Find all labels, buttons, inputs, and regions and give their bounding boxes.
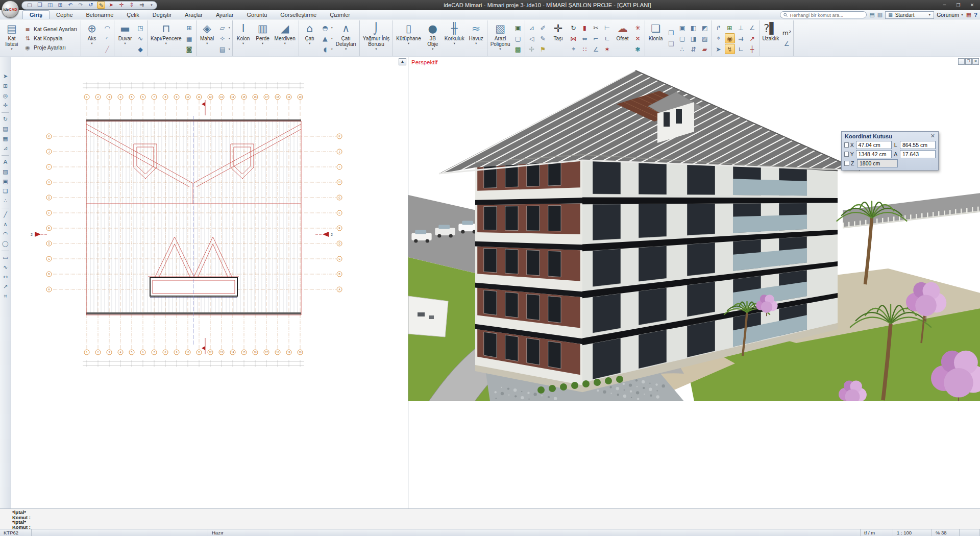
snap-axes-icon[interactable]: ⌖ <box>714 33 724 43</box>
dome-roof-icon[interactable]: ◓ <box>320 22 330 33</box>
l-value-field[interactable]: 864.55 cm <box>900 141 936 149</box>
align-center-icon[interactable]: ⌖ <box>569 44 579 54</box>
app-logo-icon[interactable]: ideCAD <box>2 1 19 18</box>
betonarme-button[interactable]: ▥Perde▼ <box>254 21 272 56</box>
hatch-tool-icon[interactable]: ▨ <box>1 168 10 176</box>
snap-to-object-icon[interactable]: ➤ <box>107 2 115 9</box>
command-history[interactable]: *İptal*Komut :*İptal*Komut : <box>0 508 980 529</box>
xref-tool-icon[interactable]: ▦ <box>1 135 10 143</box>
tab-çizimler[interactable]: Çizimler <box>323 11 357 19</box>
objeler-button[interactable]: ≈Havuz▼ <box>467 21 485 56</box>
circle-tool-icon[interactable]: ◯ <box>1 240 10 248</box>
snap-grid-icon[interactable]: ⊞ <box>725 22 735 33</box>
angle-ref-icon[interactable]: ∠ <box>781 39 792 49</box>
snap-polyline-icon[interactable]: ↯ <box>725 44 735 54</box>
hatch-icon[interactable]: ▨ <box>700 33 710 43</box>
redo-icon[interactable]: ↷ <box>77 2 85 9</box>
image-tool-icon[interactable]: ▣ <box>1 178 10 186</box>
arc-axis-2-icon[interactable]: ◜ <box>102 33 112 43</box>
checkbox-y[interactable] <box>844 152 849 157</box>
text-tool-icon[interactable]: A <box>1 158 10 166</box>
tab-giriş[interactable]: Giriş <box>22 10 50 19</box>
gable-wall-icon[interactable]: ◆ <box>135 44 145 54</box>
checkbox-z[interactable] <box>844 161 849 166</box>
bring-front-icon[interactable]: ◧ <box>689 22 699 33</box>
betonarme-button[interactable]: ⅠKolon▼ <box>234 21 253 56</box>
snap-cursor-icon[interactable]: ➤ <box>714 44 724 54</box>
select-tool-icon[interactable]: ➤ <box>1 72 10 81</box>
extend-icon[interactable]: ⊢ <box>602 22 612 33</box>
array-icon[interactable]: ∷ <box>580 44 590 54</box>
window-icon[interactable]: ⊞ <box>184 22 194 33</box>
degistir-button[interactable]: ✛Taşı <box>549 21 568 56</box>
tab-ayarlar[interactable]: Ayarlar <box>209 11 240 19</box>
zone-boundary-icon[interactable]: ▱ <box>217 22 228 33</box>
qat-more-icon[interactable]: ▼ <box>150 4 153 7</box>
zoom-window-tool-icon[interactable]: ⊞ <box>1 82 10 90</box>
shutter-icon[interactable]: ◙ <box>184 44 194 54</box>
curved-wall-icon[interactable]: ∿ <box>135 33 145 43</box>
arc-tool-icon[interactable]: ◠ <box>1 230 10 238</box>
aks-button[interactable]: ⊕Aks▼ <box>83 21 101 56</box>
save-icon[interactable]: ◫ <box>46 2 54 9</box>
zone-stamp-icon[interactable]: ✧ <box>217 33 228 43</box>
line-axis-icon[interactable]: ╱ <box>102 44 112 54</box>
move-axes-icon[interactable]: ✢ <box>527 44 537 54</box>
layers-tool-icon[interactable]: ▤ <box>1 125 10 133</box>
help-icon[interactable]: ? <box>974 11 977 18</box>
snap-parallel-icon[interactable]: ⇉ <box>736 33 746 43</box>
rectangle-tool-icon[interactable]: ▭ <box>1 254 10 262</box>
zone-list-icon[interactable]: ▤ <box>217 44 228 54</box>
proje-ayarlari-button[interactable]: ▤Kat listesi▼ <box>3 21 21 56</box>
zoom-dynamic-tool-icon[interactable]: ◎ <box>1 92 10 100</box>
polyline-tool-icon[interactable]: ∧ <box>1 221 10 229</box>
x-value-field[interactable]: 47.04 cm <box>856 141 892 149</box>
mirror-icon[interactable]: ⋈ <box>569 33 579 43</box>
floor-copy-item[interactable]: ⇅Kat Kopyala <box>22 34 79 43</box>
regen-tool-icon[interactable]: ↻ <box>1 115 10 124</box>
corner-icon[interactable]: ∟ <box>602 33 612 43</box>
cati-button[interactable]: ∧Çatı Detayları▼ <box>334 21 358 56</box>
point-tool-icon[interactable]: ∴ <box>1 197 10 205</box>
spline-tool-icon[interactable]: ∿ <box>1 263 10 272</box>
undo-icon[interactable]: ↶ <box>66 2 75 9</box>
scale-icon[interactable]: ▮ <box>580 22 590 33</box>
terrain-border-icon[interactable]: ▢ <box>513 33 523 43</box>
maximize-button[interactable]: ❐ <box>951 1 965 10</box>
break-icon[interactable]: ✳ <box>633 22 643 33</box>
snap-turn-icon[interactable]: ↱ <box>714 22 724 33</box>
objeler-button[interactable]: ●3B Obje▼ <box>424 21 442 56</box>
snap-ortho-icon[interactable]: ∟ <box>736 44 746 54</box>
snap-endpoint-icon[interactable]: ◉ <box>725 33 735 43</box>
betonarme-button[interactable]: ◢Merdiven▼ <box>273 21 297 56</box>
edit-polyline-icon[interactable]: ✎ <box>97 2 105 9</box>
vault-roof-icon[interactable]: ◖ <box>320 44 330 54</box>
referans-button[interactable]: ?▌Uzaklık <box>761 21 781 56</box>
pane-expand-button[interactable]: ▲ <box>399 58 406 65</box>
leader-tool-icon[interactable]: ↗ <box>1 283 10 291</box>
measure-tool-icon[interactable]: ⊿ <box>1 144 10 153</box>
perspective-viewport[interactable]: Perspektif ─❐✕ <box>408 57 980 508</box>
cone-roof-icon[interactable]: ▲ <box>320 33 330 43</box>
undo-list-icon[interactable]: ↺ <box>87 2 95 9</box>
pan-tool-icon[interactable]: ✛ <box>1 102 10 110</box>
pane-minimize-button[interactable]: ─ <box>958 58 965 65</box>
style-select[interactable]: ▦ Standart ▼ <box>885 11 934 19</box>
objeler-button[interactable]: ▯Kütüphane▼ <box>395 21 422 56</box>
paste-icon[interactable]: ❑ <box>666 39 676 49</box>
layer-move-icon[interactable]: ⇵ <box>689 44 699 54</box>
view-grid-icon[interactable]: ▦ <box>966 11 971 18</box>
duvar-button[interactable]: ▬Duvar▼ <box>116 21 134 56</box>
project-settings-item[interactable]: ◉Proje Ayarları <box>22 43 79 52</box>
arazi-button[interactable]: ▧Arazi Poligonu▼ <box>489 21 512 56</box>
floor-settings-item[interactable]: ≡Kat Genel Ayarları <box>22 25 79 34</box>
wall-corner-icon[interactable]: ◳ <box>135 22 145 33</box>
objeler-button[interactable]: ╫Korkuluk▼ <box>443 21 466 56</box>
open-drawing-icon[interactable]: ▥ <box>877 11 883 18</box>
angle-measure-icon[interactable]: ⊿ <box>527 22 537 33</box>
tab-betonarme[interactable]: Betonarme <box>80 11 120 19</box>
new-file-icon[interactable]: ▢ <box>26 2 34 9</box>
line-tool-icon[interactable]: ╱ <box>1 211 10 219</box>
ungroup-icon[interactable]: ▢ <box>677 33 688 43</box>
open-file-icon[interactable]: ❒ <box>36 2 44 9</box>
